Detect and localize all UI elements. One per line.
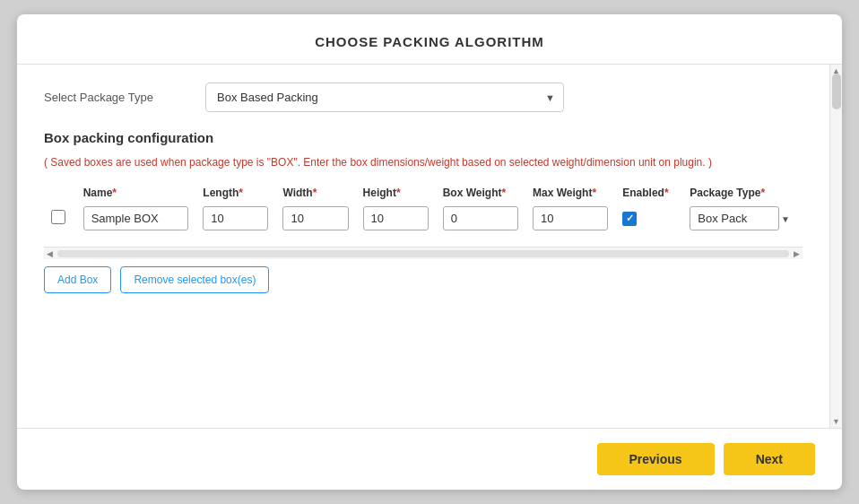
- remove-box-button[interactable]: Remove selected box(es): [120, 266, 269, 293]
- table-body: Box Pack Envelope ▼: [44, 203, 803, 234]
- package-type-label: Select Package Type: [44, 91, 187, 104]
- enabled-checkbox[interactable]: [622, 212, 637, 226]
- td-length: [195, 203, 275, 234]
- pkg-type-select[interactable]: Box Pack Envelope: [690, 206, 779, 230]
- pkg-type-select-wrapper: Box Pack Envelope ▼: [690, 206, 795, 230]
- td-name: [76, 203, 196, 234]
- row-checkbox[interactable]: [51, 210, 65, 224]
- previous-button[interactable]: Previous: [597, 443, 715, 475]
- box-weight-input[interactable]: [443, 206, 518, 230]
- box-table: Name* Length* Width* Height* Box Weight*…: [44, 183, 803, 234]
- max-weight-input[interactable]: [533, 206, 608, 230]
- td-height: [356, 203, 436, 234]
- modal-header: CHOOSE PACKING ALGORITHM: [17, 14, 842, 65]
- th-name: Name*: [76, 183, 196, 203]
- required-box-weight: *: [501, 187, 506, 199]
- th-package-type: Package Type*: [682, 183, 803, 203]
- td-width: [275, 203, 355, 234]
- td-max-weight: [525, 203, 615, 234]
- th-enabled: Enabled*: [615, 183, 682, 203]
- required-pkg-type: *: [760, 187, 765, 199]
- section-title: Box packing configuration: [44, 130, 803, 145]
- th-height: Height*: [356, 183, 436, 203]
- th-box-weight: Box Weight*: [436, 183, 525, 203]
- package-type-select[interactable]: Box Based Packing Weight Based Packing I…: [205, 83, 564, 112]
- package-type-select-wrapper: Box Based Packing Weight Based Packing I…: [205, 83, 564, 112]
- table-row: Box Pack Envelope ▼: [44, 203, 803, 234]
- scroll-left-icon[interactable]: ◀: [44, 249, 56, 258]
- table-header: Name* Length* Width* Height* Box Weight*…: [44, 183, 803, 203]
- td-check: [44, 203, 76, 234]
- body-content: Select Package Type Box Based Packing We…: [17, 65, 829, 428]
- required-height: *: [396, 187, 401, 199]
- required-name: *: [112, 187, 117, 199]
- name-input[interactable]: [83, 206, 189, 230]
- pkg-type-arrow-icon: ▼: [781, 213, 790, 223]
- td-box-weight: [436, 203, 525, 234]
- length-input[interactable]: [203, 206, 268, 230]
- required-length: *: [239, 187, 243, 199]
- package-type-row: Select Package Type Box Based Packing We…: [44, 83, 803, 112]
- td-enabled: [615, 203, 682, 234]
- body-wrapper: Select Package Type Box Based Packing We…: [17, 65, 842, 428]
- width-input[interactable]: [282, 206, 348, 230]
- scroll-right-icon[interactable]: ▶: [791, 249, 803, 258]
- notice-text: ( Saved boxes are used when package type…: [44, 154, 803, 170]
- vertical-scrollbar[interactable]: ▲ ▼: [829, 65, 842, 428]
- scroll-thumb[interactable]: [832, 74, 841, 109]
- height-input[interactable]: [363, 206, 429, 230]
- button-row: Add Box Remove selected box(es): [44, 266, 803, 293]
- scroll-down-icon[interactable]: ▼: [830, 415, 842, 428]
- th-max-weight: Max Weight*: [525, 183, 615, 203]
- td-package-type: Box Pack Envelope ▼: [682, 203, 803, 234]
- th-width: Width*: [275, 183, 355, 203]
- header-row: Name* Length* Width* Height* Box Weight*…: [44, 183, 803, 203]
- add-box-button[interactable]: Add Box: [44, 266, 111, 293]
- horiz-scroll-track: [57, 250, 789, 257]
- th-check: [44, 183, 76, 203]
- required-enabled: *: [664, 187, 669, 199]
- th-length: Length*: [195, 183, 275, 203]
- modal-container: CHOOSE PACKING ALGORITHM Select Package …: [17, 14, 842, 490]
- horizontal-scrollbar[interactable]: ◀ ▶: [44, 247, 803, 259]
- next-button[interactable]: Next: [724, 443, 815, 475]
- required-width: *: [313, 187, 317, 199]
- box-table-container: Name* Length* Width* Height* Box Weight*…: [44, 183, 803, 234]
- modal-footer: Previous Next: [17, 428, 842, 490]
- modal-title: CHOOSE PACKING ALGORITHM: [44, 34, 815, 49]
- required-max-weight: *: [592, 187, 596, 199]
